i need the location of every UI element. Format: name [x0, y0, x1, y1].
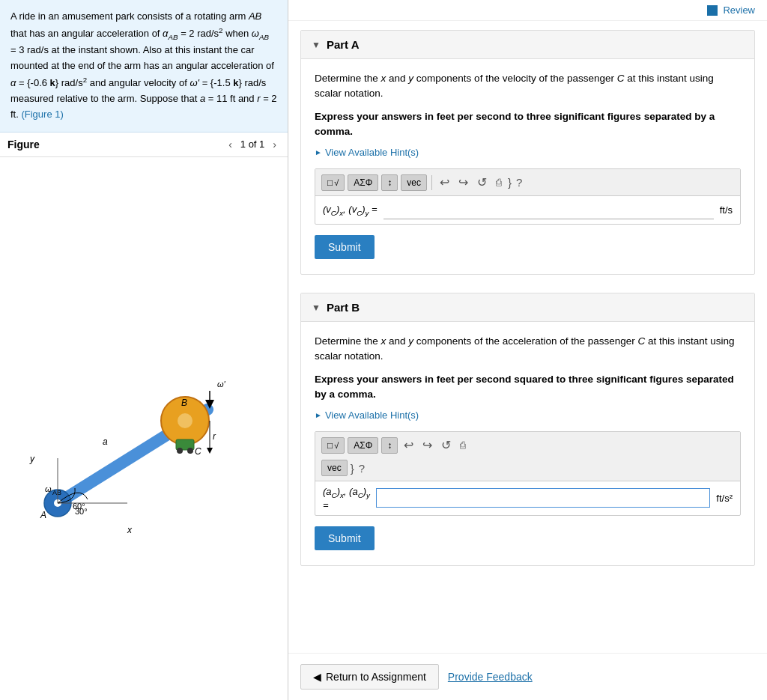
- part-b-input-area: □√ ΑΣΦ ↕ ↩ ↪ ↺ ⎙ vec } ?: [315, 431, 741, 516]
- part-b-header: ▼ Part B: [301, 293, 754, 322]
- part-a-keyboard-button[interactable]: ⎙: [493, 175, 505, 189]
- part-a-header: ▼ Part A: [301, 31, 754, 59]
- part-b-vec-button[interactable]: vec: [321, 460, 348, 476]
- part-a-hint-link[interactable]: ► View Available Hint(s): [315, 147, 741, 158]
- part-a-collapse-icon[interactable]: ▼: [312, 40, 321, 50]
- figure-label: Figure: [7, 139, 40, 150]
- svg-text:B: B: [181, 398, 187, 408]
- part-b-undo-button[interactable]: ↩: [401, 436, 416, 454]
- part-a-section: ▼ Part A Determine the x and y component…: [300, 30, 755, 275]
- part-b-instruction: Express your answers in feet per second …: [315, 372, 741, 403]
- part-b-bracket: }: [351, 462, 354, 475]
- part-b-input-label: (aC)x, (aC)y =: [323, 486, 370, 511]
- part-b-body: Determine the x and y components of the …: [301, 322, 754, 565]
- part-a-undo-button[interactable]: ↩: [437, 174, 452, 191]
- svg-text:a: a: [103, 436, 108, 447]
- svg-point-6: [178, 413, 192, 428]
- left-panel: A ride in an amusement park consists of …: [0, 0, 288, 700]
- part-b-submit-button[interactable]: Submit: [315, 526, 375, 550]
- svg-text:ω: ω: [45, 484, 52, 493]
- svg-text:C: C: [195, 446, 201, 457]
- part-b-question-icon[interactable]: ?: [359, 462, 365, 475]
- part-a-hint-label: View Available Hint(s): [325, 147, 419, 158]
- part-a-unit: ft/s: [720, 204, 733, 216]
- part-b-section: ▼ Part B Determine the x and y component…: [300, 293, 755, 566]
- figure-next-button[interactable]: ›: [269, 137, 280, 152]
- part-a-vec-button[interactable]: vec: [401, 174, 427, 191]
- toolbar-separator: [431, 175, 432, 190]
- figure-header: Figure ‹ 1 of 1 ›: [0, 133, 288, 157]
- part-a-refresh-button[interactable]: ↺: [474, 174, 490, 191]
- part-a-redo-button[interactable]: ↪: [455, 174, 471, 191]
- svg-point-9: [177, 448, 183, 454]
- figure-area: Figure ‹ 1 of 1 › y x: [0, 133, 288, 700]
- figure-canvas: y x B: [0, 157, 288, 700]
- part-a-sigma-button[interactable]: ΑΣΦ: [348, 174, 378, 191]
- problem-text: A ride in an amusement park consists of …: [0, 0, 288, 133]
- part-a-body: Determine the x and y components of the …: [301, 59, 754, 274]
- svg-text:y: y: [29, 454, 35, 464]
- part-b-answer-input[interactable]: [376, 488, 710, 508]
- return-icon: ◀: [313, 671, 321, 683]
- part-a-submit-button[interactable]: Submit: [315, 235, 375, 259]
- bottom-bar: ◀ Return to Assignment Provide Feedback: [288, 653, 767, 700]
- part-a-input-area: □√ ΑΣΦ ↕ vec ↩ ↪ ↺ ⎙ } ? (vC)x, (vC: [315, 168, 741, 225]
- svg-text:30°: 30°: [75, 507, 88, 516]
- part-b-refresh-button[interactable]: ↺: [438, 436, 454, 454]
- part-b-hint-triangle-icon: ►: [315, 411, 322, 419]
- part-b-hint-label: View Available Hint(s): [325, 410, 419, 421]
- return-label: Return to Assignment: [326, 671, 426, 683]
- part-a-sqrt-button[interactable]: □√: [321, 174, 345, 191]
- figure-nav: ‹ 1 of 1 ›: [225, 137, 280, 152]
- figure-svg-container: y x B: [0, 157, 288, 700]
- figure-prev-button[interactable]: ‹: [225, 137, 236, 152]
- hint-triangle-icon: ►: [315, 148, 322, 156]
- part-b-input-row: (aC)x, (aC)y = ft/s²: [315, 481, 740, 515]
- part-b-collapse-icon[interactable]: ▼: [312, 302, 321, 313]
- part-b-description: Determine the x and y components of the …: [315, 334, 741, 365]
- provide-feedback-button[interactable]: Provide Feedback: [448, 671, 533, 683]
- svg-text:AB: AB: [52, 489, 61, 496]
- part-b-label: Part B: [327, 301, 360, 314]
- right-panel: Review ▼ Part A Determine the x and y co…: [288, 0, 767, 700]
- part-b-toolbar-inner: □√ ΑΣΦ ↕ ↩ ↪ ↺ ⎙: [321, 436, 734, 454]
- part-b-unit: ft/s²: [716, 493, 733, 504]
- figure-page: 1 of 1: [240, 139, 265, 150]
- review-icon: [707, 5, 718, 16]
- part-a-arrows-button[interactable]: ↕: [381, 174, 398, 191]
- part-b-redo-button[interactable]: ↪: [419, 436, 435, 454]
- review-label: Review: [723, 4, 755, 16]
- part-a-input-label: (vC)x, (vC)y =: [323, 204, 378, 217]
- svg-text:A: A: [40, 510, 46, 520]
- part-a-label: Part A: [327, 38, 360, 51]
- return-to-assignment-button[interactable]: ◀ Return to Assignment: [300, 664, 439, 690]
- part-b-sigma-button[interactable]: ΑΣΦ: [348, 437, 378, 454]
- part-b-hint-link[interactable]: ► View Available Hint(s): [315, 410, 741, 421]
- review-link[interactable]: Review: [707, 4, 755, 16]
- part-b-sqrt-button[interactable]: □√: [321, 437, 345, 454]
- part-a-question-icon[interactable]: ?: [516, 176, 522, 189]
- part-a-description: Determine the x and y components of the …: [315, 71, 741, 102]
- svg-text:x: x: [127, 525, 133, 533]
- part-a-bracket: }: [508, 176, 512, 189]
- svg-point-10: [187, 448, 193, 454]
- review-bar: Review: [288, 0, 767, 21]
- part-a-answer-input[interactable]: [384, 201, 714, 219]
- svg-text:ω': ω': [217, 380, 226, 389]
- part-a-toolbar: □√ ΑΣΦ ↕ vec ↩ ↪ ↺ ⎙ } ?: [315, 169, 740, 196]
- figure-link[interactable]: (Figure 1): [21, 109, 63, 120]
- part-a-instruction: Express your answers in feet per second …: [315, 109, 741, 140]
- part-b-toolbar-row2: vec } ?: [321, 457, 365, 476]
- part-a-input-row: (vC)x, (vC)y = ft/s: [315, 196, 740, 224]
- part-b-arrows-button[interactable]: ↕: [381, 437, 398, 454]
- svg-text:r: r: [213, 431, 216, 442]
- part-b-keyboard-button[interactable]: ⎙: [457, 438, 469, 452]
- figure-svg: y x B: [16, 323, 271, 533]
- part-b-toolbar: □√ ΑΣΦ ↕ ↩ ↪ ↺ ⎙ vec } ?: [315, 432, 740, 481]
